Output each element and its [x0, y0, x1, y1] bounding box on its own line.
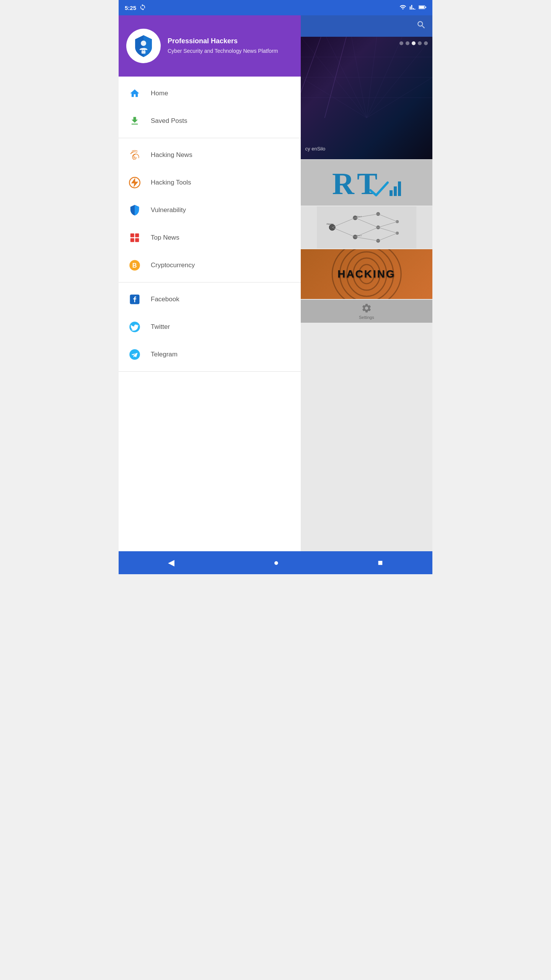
- svg-text:Pivot 2: Pivot 2: [357, 235, 362, 237]
- svg-text:R: R: [332, 167, 355, 200]
- bitcoin-icon: B: [128, 258, 142, 272]
- content-panel: cy enSilo R T: [301, 15, 432, 551]
- sidebar-item-twitter[interactable]: Twitter: [119, 313, 301, 341]
- sidebar-item-label-twitter: Twitter: [151, 323, 170, 331]
- svg-rect-10: [135, 238, 139, 242]
- facebook-icon: [128, 292, 142, 306]
- sidebar-item-home[interactable]: Home: [119, 80, 301, 107]
- settings-gear-icon: [361, 303, 372, 314]
- sidebar-item-label-crypto: Cryptocurrency: [151, 261, 195, 269]
- wifi-icon: [399, 4, 406, 12]
- home-button[interactable]: ●: [266, 555, 286, 571]
- app-subtitle: Cyber Security and Technology News Platf…: [168, 47, 278, 55]
- svg-point-4: [141, 41, 146, 46]
- sidebar-item-label-home: Home: [151, 90, 168, 97]
- drawer-section-main: Home Saved Posts: [119, 77, 301, 138]
- svg-rect-2: [425, 7, 427, 8]
- dot-1[interactable]: [399, 41, 403, 45]
- app-container: Professional Hackers Cyber Security and …: [119, 15, 432, 551]
- sidebar-item-label-telegram: Telegram: [151, 351, 178, 358]
- signal-icon: [409, 4, 416, 12]
- svg-text:Pivot 1: Pivot 1: [357, 216, 362, 217]
- drawer-header: Professional Hackers Cyber Security and …: [119, 15, 301, 77]
- sidebar-item-cryptocurrency[interactable]: B Cryptocurrency: [119, 252, 301, 279]
- drawer-section-categories: Hacking News Hacking Tools: [119, 138, 301, 283]
- sidebar-item-saved-posts[interactable]: Saved Posts: [119, 107, 301, 135]
- sidebar-item-hacking-news[interactable]: Hacking News: [119, 141, 301, 169]
- svg-text:B: B: [132, 262, 137, 269]
- banner-caption: cy enSilo: [305, 146, 326, 152]
- shield-icon: [128, 203, 142, 217]
- drawer: Professional Hackers Cyber Security and …: [119, 15, 301, 551]
- dot-4[interactable]: [418, 41, 422, 45]
- bottom-nav: ◀ ● ■: [119, 551, 432, 574]
- sidebar-item-label-top-news: Top News: [151, 234, 179, 242]
- cards-area: R T: [301, 159, 432, 551]
- network-diagram: Attacker Pivot 1 Pivot 2: [301, 206, 432, 248]
- drawer-section-social: Facebook Twitter Teleg: [119, 283, 301, 372]
- sidebar-item-label-hacking-news: Hacking News: [151, 151, 192, 159]
- svg-rect-9: [130, 238, 134, 242]
- svg-rect-32: [394, 186, 397, 196]
- dot-3[interactable]: [412, 41, 416, 45]
- banner-bg: [301, 37, 432, 159]
- status-right: [399, 4, 426, 12]
- app-logo: [126, 29, 161, 63]
- sidebar-item-top-news[interactable]: Top News: [119, 224, 301, 252]
- svg-point-15: [129, 349, 140, 360]
- drawer-title: Professional Hackers Cyber Security and …: [168, 37, 278, 55]
- telegram-icon: [128, 348, 142, 361]
- sidebar-item-vulnerability[interactable]: Vulnerability: [119, 196, 301, 224]
- battery-icon: [419, 5, 426, 11]
- card-rt[interactable]: R T: [301, 160, 432, 206]
- app-name: Professional Hackers: [168, 37, 278, 45]
- svg-rect-8: [135, 234, 139, 237]
- banner-dots: [399, 41, 428, 45]
- twitter-icon: [128, 320, 142, 334]
- card-settings[interactable]: Settings: [301, 300, 432, 323]
- svg-rect-7: [130, 234, 134, 237]
- sync-icon: [139, 4, 146, 12]
- card-hacking[interactable]: HACKING: [301, 249, 432, 299]
- sidebar-item-label-facebook: Facebook: [151, 296, 179, 303]
- sidebar-item-telegram[interactable]: Telegram: [119, 341, 301, 368]
- fingerprint-icon: [128, 148, 142, 162]
- card-network[interactable]: Attacker Pivot 1 Pivot 2: [301, 206, 432, 248]
- back-button[interactable]: ◀: [160, 555, 182, 571]
- svg-text:Attacker: Attacker: [326, 223, 334, 225]
- search-icon[interactable]: [416, 20, 426, 33]
- recent-button[interactable]: ■: [370, 555, 390, 571]
- svg-rect-33: [398, 181, 401, 196]
- svg-rect-1: [419, 6, 424, 8]
- status-left: 5:25: [125, 4, 146, 12]
- time-display: 5:25: [125, 5, 136, 11]
- svg-rect-31: [390, 190, 393, 196]
- save-icon: [128, 114, 142, 128]
- bolt-icon: [128, 176, 142, 189]
- status-bar: 5:25: [119, 0, 432, 15]
- settings-label: Settings: [359, 315, 374, 320]
- rt-logo: R T: [301, 160, 432, 206]
- dot-2[interactable]: [406, 41, 409, 45]
- svg-rect-5: [142, 51, 146, 54]
- sidebar-item-label-saved: Saved Posts: [151, 117, 187, 125]
- hacking-card-inner: HACKING: [301, 249, 432, 299]
- dot-5[interactable]: [424, 41, 428, 45]
- banner-area: cy enSilo: [301, 37, 432, 159]
- home-icon: [128, 87, 142, 100]
- sidebar-item-label-hacking-tools: Hacking Tools: [151, 179, 191, 186]
- grid-icon: [128, 231, 142, 245]
- sidebar-item-hacking-tools[interactable]: Hacking Tools: [119, 169, 301, 196]
- hacking-label: HACKING: [337, 268, 396, 280]
- content-topbar: [301, 15, 432, 37]
- banner-decoration: [301, 37, 432, 159]
- sidebar-item-label-vulnerability: Vulnerability: [151, 206, 186, 214]
- sidebar-item-facebook[interactable]: Facebook: [119, 286, 301, 313]
